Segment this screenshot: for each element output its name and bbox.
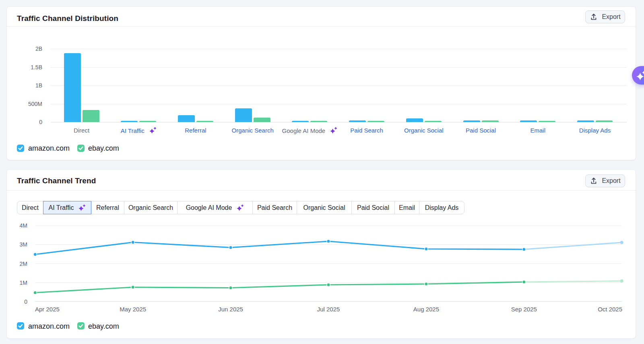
svg-text:2M: 2M (20, 261, 27, 267)
svg-text:Sep 2025: Sep 2025 (511, 306, 537, 313)
svg-text:4M: 4M (20, 222, 27, 229)
svg-text:Oct 2025: Oct 2025 (598, 306, 622, 313)
svg-text:0: 0 (24, 298, 27, 305)
svg-text:Jul 2025: Jul 2025 (317, 306, 340, 313)
svg-text:1M: 1M (20, 280, 27, 286)
svg-text:Aug 2025: Aug 2025 (413, 306, 439, 313)
svg-text:May 2025: May 2025 (120, 306, 146, 313)
svg-text:Apr 2025: Apr 2025 (35, 306, 60, 313)
svg-text:3M: 3M (20, 241, 27, 248)
svg-text:Jun 2025: Jun 2025 (218, 306, 243, 313)
